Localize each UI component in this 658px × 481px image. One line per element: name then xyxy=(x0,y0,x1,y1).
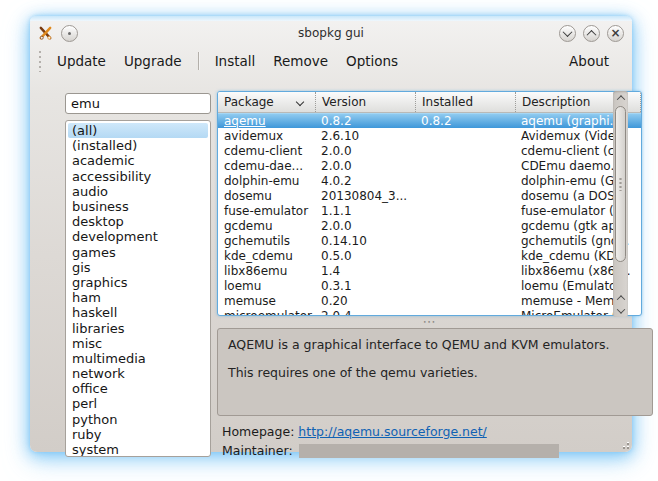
cell-package: memuse xyxy=(218,294,315,308)
category-item[interactable]: business xyxy=(68,199,208,214)
maintainer-field xyxy=(299,444,559,458)
category-item[interactable]: (all) xyxy=(68,123,208,138)
table-row[interactable]: avidemux 2.6.10 Avidemux (Vide... xyxy=(218,128,641,143)
resize-grip[interactable] xyxy=(619,439,629,449)
cross-icon: × xyxy=(610,27,620,39)
options-button[interactable]: Options xyxy=(337,50,407,72)
chevron-up-icon xyxy=(587,29,597,39)
table-row[interactable]: cdemu-dae... 2.0.0 CDEmu daemo... xyxy=(218,158,641,173)
maintainer-row: Maintainer: xyxy=(222,443,559,458)
category-item[interactable]: accessibility xyxy=(68,169,208,184)
install-button[interactable]: Install xyxy=(206,50,265,72)
cell-package: dolphin-emu xyxy=(218,174,315,188)
search-input[interactable] xyxy=(65,93,211,114)
cell-version: 2.0.0 xyxy=(315,219,415,233)
category-item[interactable]: office xyxy=(68,381,208,396)
category-item[interactable]: audio xyxy=(68,184,208,199)
toolbar: Update Upgrade Install Remove Options Ab… xyxy=(36,47,626,75)
remove-button[interactable]: Remove xyxy=(264,50,337,72)
titlebar[interactable]: sbopkg gui × xyxy=(30,21,632,45)
category-item[interactable]: libraries xyxy=(68,320,208,335)
upgrade-button[interactable]: Upgrade xyxy=(115,50,191,72)
maintainer-label: Maintainer: xyxy=(222,443,293,458)
toolbar-drag-handle[interactable] xyxy=(38,50,44,72)
scrollbar-thumb[interactable] xyxy=(615,106,626,262)
cell-package: gcdemu xyxy=(218,219,315,233)
maximize-button[interactable] xyxy=(583,25,600,42)
category-item[interactable]: games xyxy=(68,245,208,260)
chevron-up-icon xyxy=(616,95,624,103)
category-item[interactable]: network xyxy=(68,366,208,381)
category-item[interactable]: multimedia xyxy=(68,351,208,366)
homepage-row: Homepage: http://aqemu.sourceforge.net/ xyxy=(222,424,487,439)
column-header-label: Installed xyxy=(422,95,473,109)
cell-version: 0.14.10 xyxy=(315,234,415,248)
scroll-up-button[interactable] xyxy=(613,91,628,104)
minimize-button[interactable] xyxy=(559,25,576,42)
table-row[interactable]: fuse-emulator 1.1.1 fuse-emulator (... xyxy=(218,203,641,218)
cell-package: dosemu xyxy=(218,189,315,203)
column-header-label: Description xyxy=(522,95,590,109)
table-vertical-scrollbar[interactable] xyxy=(613,91,628,317)
table-row[interactable]: memuse 0.20 memuse - Mem... xyxy=(218,293,641,308)
category-item[interactable]: misc xyxy=(68,336,208,351)
update-button[interactable]: Update xyxy=(48,50,115,72)
scroll-up-button-bottom[interactable] xyxy=(613,291,628,304)
category-item[interactable]: development xyxy=(68,229,208,244)
chevron-up-icon xyxy=(616,295,624,303)
cell-version: 0.3.1 xyxy=(315,279,415,293)
column-header-installed[interactable]: Installed xyxy=(415,92,515,112)
cell-version: 1.1.1 xyxy=(315,204,415,218)
category-item[interactable]: python xyxy=(68,412,208,427)
table-row[interactable]: gcdemu 2.0.0 gcdemu (gtk ap... xyxy=(218,218,641,233)
chevron-down-icon xyxy=(563,27,573,37)
table-body: aqemu 0.8.2 0.8.2 aqemu (graphi... avide… xyxy=(218,113,641,316)
cell-version: 20130804_3... xyxy=(315,189,415,203)
package-description-box: AQEMU is a graphical interface to QEMU a… xyxy=(217,328,653,416)
splitter-handle[interactable]: ⋯ xyxy=(217,317,642,327)
column-header-package[interactable]: Package xyxy=(218,92,315,112)
cell-package: microemulator xyxy=(218,309,315,317)
category-item[interactable]: perl xyxy=(68,396,208,411)
about-button[interactable]: About xyxy=(560,50,618,72)
category-item[interactable]: haskell xyxy=(68,305,208,320)
cell-version: 2.0.0 xyxy=(315,144,415,158)
description-line: AQEMU is a graphical interface to QEMU a… xyxy=(228,337,642,352)
cell-package: avidemux xyxy=(218,129,315,143)
cell-package: libx86emu xyxy=(218,264,315,278)
category-item[interactable]: desktop xyxy=(68,214,208,229)
table-row[interactable]: loemu 0.3.1 loemu (Emulato... xyxy=(218,278,641,293)
table-row[interactable]: dolphin-emu 4.0.2 dolphin-emu (G... xyxy=(218,173,641,188)
homepage-label: Homepage: xyxy=(222,424,294,439)
table-row[interactable]: kde_cdemu 0.5.0 kde_cdemu (KD... xyxy=(218,248,641,263)
app-window: sbopkg gui × Update Upgrade Install Remo… xyxy=(30,16,632,452)
category-item[interactable]: academic xyxy=(68,153,208,168)
toolbar-separator xyxy=(198,52,199,70)
cell-package: fuse-emulator xyxy=(218,204,315,218)
table-row[interactable]: gchemutils 0.14.10 gchemutils (gno... xyxy=(218,233,641,248)
category-item[interactable]: (installed) xyxy=(68,138,208,153)
window-menu-button[interactable] xyxy=(61,25,78,42)
cell-version: 0.20 xyxy=(315,294,415,308)
table-row[interactable]: dosemu 20130804_3... dosemu (a DOS... xyxy=(218,188,641,203)
close-button[interactable]: × xyxy=(607,25,624,42)
cell-installed: 0.8.2 xyxy=(415,114,515,128)
table-row[interactable]: cdemu-client 2.0.0 cdemu-client (c... xyxy=(218,143,641,158)
table-row[interactable]: aqemu 0.8.2 0.8.2 aqemu (graphi... xyxy=(218,113,641,128)
category-item[interactable]: ruby xyxy=(68,427,208,442)
table-row[interactable]: libx86emu 1.4 libx86emu (x86 ... xyxy=(218,263,641,278)
homepage-link[interactable]: http://aqemu.sourceforge.net/ xyxy=(298,424,486,439)
category-item[interactable]: graphics xyxy=(68,275,208,290)
category-item[interactable]: gis xyxy=(68,260,208,275)
chevron-down-icon xyxy=(616,305,624,313)
cell-version: 2.6.10 xyxy=(315,129,415,143)
cell-version: 4.0.2 xyxy=(315,174,415,188)
scroll-down-button[interactable] xyxy=(613,304,628,317)
cell-version: 0.5.0 xyxy=(315,249,415,263)
column-header-version[interactable]: Version xyxy=(315,92,415,112)
cell-package: gchemutils xyxy=(218,234,315,248)
category-item[interactable]: ham xyxy=(68,290,208,305)
category-item[interactable]: system xyxy=(68,442,208,457)
description-line: This requires one of the qemu varieties. xyxy=(228,365,642,380)
cell-package: kde_cdemu xyxy=(218,249,315,263)
